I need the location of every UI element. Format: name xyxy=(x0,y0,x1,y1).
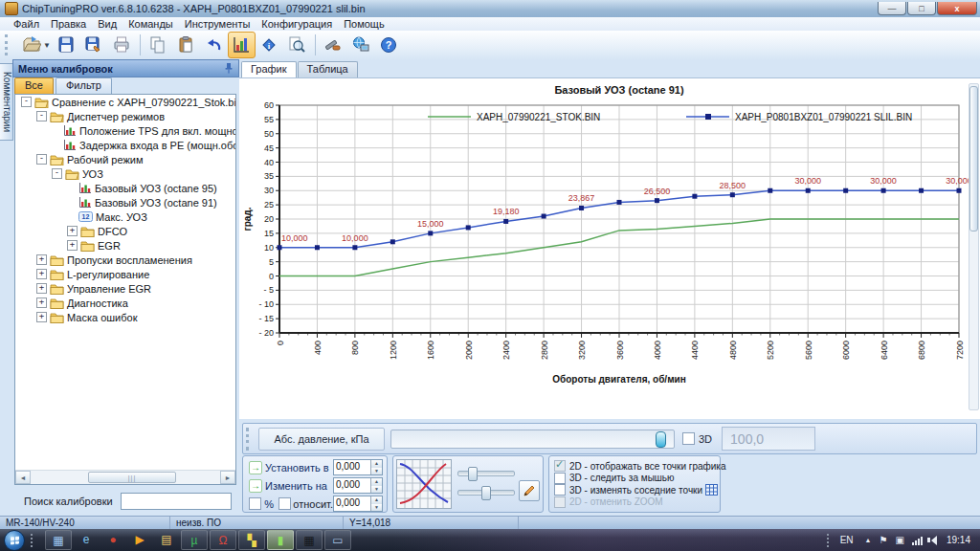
taskbar-floppy-app[interactable]: ▦ xyxy=(45,530,72,550)
sidebar-tab-все[interactable]: Все xyxy=(14,77,54,94)
copy-button[interactable] xyxy=(145,32,172,58)
view-tab-таблица[interactable]: Таблица xyxy=(298,61,358,77)
curve-preview-icon[interactable] xyxy=(396,459,452,509)
close-button[interactable]: x xyxy=(937,2,977,15)
option-checkbox[interactable] xyxy=(554,473,566,484)
collapse-icon[interactable]: - xyxy=(52,168,62,179)
chart-scroll-thumb[interactable] xyxy=(969,86,978,231)
option-checkbox[interactable] xyxy=(554,496,566,508)
taskbar-utorrent[interactable]: µ xyxy=(181,530,208,550)
pressure-slider[interactable] xyxy=(390,430,675,449)
edit-pencil-button[interactable] xyxy=(519,480,540,501)
menu-item-файл[interactable]: Файл xyxy=(8,18,45,30)
menu-item-команды[interactable]: Команды xyxy=(122,18,179,30)
calibration-search-input[interactable] xyxy=(121,493,232,510)
action-center-flag-icon[interactable]: ⚑ xyxy=(880,535,888,545)
taskbar-red-app[interactable]: ● xyxy=(100,530,125,548)
tree-item[interactable]: +L-регулирование xyxy=(15,267,235,281)
tree-item[interactable]: -Сравнение с XAPH_07990221_Stok.bin xyxy=(15,95,235,109)
open-button[interactable] xyxy=(17,32,45,58)
pressure-slider-thumb[interactable] xyxy=(656,431,666,448)
apply-set-icon[interactable]: → xyxy=(249,461,262,474)
paste-button[interactable] xyxy=(172,32,200,58)
relative-checkbox[interactable] xyxy=(278,497,291,510)
menu-item-вид[interactable]: Вид xyxy=(92,18,122,30)
tree-item[interactable]: Базовый УОЗ (octane 91) xyxy=(15,195,235,209)
tree-item[interactable]: 12Макс. УОЗ xyxy=(15,209,235,224)
menu-item-помощь[interactable]: Помощь xyxy=(338,18,390,30)
tree-item[interactable]: +Маска ошибок xyxy=(15,310,235,324)
option-checkbox[interactable] xyxy=(554,484,566,496)
tree-item[interactable]: +Управление EGR xyxy=(15,281,235,296)
tool-slider-2[interactable] xyxy=(457,490,515,496)
internet-button[interactable] xyxy=(347,32,375,58)
taskbar-magnet-app[interactable]: Ω xyxy=(210,530,236,550)
collapse-icon[interactable]: - xyxy=(36,154,47,165)
toolbar-grip[interactable] xyxy=(5,34,12,55)
view-tab-график[interactable]: График xyxy=(241,61,297,77)
scroll-right-icon[interactable]: ► xyxy=(220,471,235,484)
expand-icon[interactable]: + xyxy=(36,269,47,279)
set-to-spinner[interactable]: 0,000 ▲▼ xyxy=(333,459,383,475)
start-button[interactable] xyxy=(4,530,25,551)
tree-horizontal-scrollbar[interactable]: ◄ ||| ► xyxy=(15,470,235,484)
spin-up-icon[interactable]: ▲ xyxy=(371,478,382,486)
set-to-label[interactable]: Установить в xyxy=(265,462,333,474)
scroll-left-icon[interactable]: ◄ xyxy=(15,471,31,484)
expand-icon[interactable]: + xyxy=(36,312,47,322)
tree-item[interactable]: -Диспетчер режимов xyxy=(15,109,235,123)
apply-change-icon[interactable]: → xyxy=(249,479,262,493)
expand-icon[interactable]: + xyxy=(36,283,47,294)
grid-icon[interactable] xyxy=(705,484,718,496)
tree-item[interactable]: +EGR xyxy=(15,238,235,253)
taskbar-yellow-black-app[interactable]: ▚ xyxy=(238,530,265,550)
menu-item-правка[interactable]: Правка xyxy=(45,18,92,30)
change-by-spinner[interactable]: 0,000 ▲▼ xyxy=(333,477,383,494)
slider-thumb[interactable] xyxy=(481,486,491,500)
chart-vertical-scrollbar[interactable] xyxy=(969,83,979,410)
tree-item[interactable]: -УОЗ xyxy=(15,166,235,181)
collapse-icon[interactable]: - xyxy=(36,111,47,121)
taskbar-chip-app[interactable]: ▦ xyxy=(296,530,323,550)
maximize-button[interactable]: □ xyxy=(907,2,936,15)
tree-item[interactable]: +Пропуски воспламенения xyxy=(15,253,235,267)
pin-icon[interactable] xyxy=(224,62,234,76)
option-checkbox[interactable] xyxy=(554,460,566,472)
taskbar-ie[interactable]: e xyxy=(74,530,99,548)
tree-scroll-thumb[interactable]: ||| xyxy=(88,472,176,483)
undo-button[interactable] xyxy=(200,32,228,58)
tree-item[interactable]: +Диагностика xyxy=(15,296,235,310)
tree-item[interactable]: Положение TPS для вкл. мощностного о xyxy=(15,123,235,138)
help-button[interactable]: ? xyxy=(375,32,403,58)
show-hidden-icons-arrow[interactable]: ▲ xyxy=(865,537,872,543)
clock[interactable]: 19:14 xyxy=(947,535,970,545)
minimize-button[interactable]: — xyxy=(878,2,906,15)
tree-item[interactable]: +DFCO xyxy=(15,224,235,238)
panel-grip[interactable] xyxy=(246,428,253,451)
taskbar-chiptuning-active[interactable]: ▮ xyxy=(267,530,294,550)
menu-item-конфигурация[interactable]: Конфигурация xyxy=(256,18,338,30)
expand-icon[interactable]: + xyxy=(67,226,78,236)
spin-down-icon[interactable]: ▼ xyxy=(371,468,382,475)
tree-item[interactable]: Базовый УОЗ (octane 95) xyxy=(15,181,235,195)
language-indicator[interactable]: EN xyxy=(840,535,854,545)
expand-icon[interactable]: + xyxy=(36,254,47,265)
gadget-icon[interactable]: ▣ xyxy=(896,535,904,545)
expand-icon[interactable]: + xyxy=(36,298,47,308)
comments-side-tab[interactable]: Комментарии xyxy=(0,63,13,141)
save-button[interactable] xyxy=(53,32,80,58)
tree-item[interactable]: -Рабочий режим xyxy=(15,152,235,166)
taskbar-media-player[interactable]: ▶ xyxy=(127,530,152,548)
percent-checkbox[interactable] xyxy=(249,497,261,510)
spin-down-icon[interactable]: ▼ xyxy=(371,504,382,512)
info-button[interactable]: i xyxy=(256,32,283,58)
menu-item-инструменты[interactable]: Инструменты xyxy=(179,18,256,30)
save-as-button[interactable] xyxy=(80,32,108,58)
open-dropdown-arrow-icon[interactable]: ▼ xyxy=(43,41,51,50)
tool-slider-1[interactable] xyxy=(457,471,515,476)
relative-spinner[interactable]: 0,000 ▲▼ xyxy=(333,496,383,512)
sidebar-tab-фильтр[interactable]: Фильтр xyxy=(56,77,112,94)
expand-icon[interactable]: + xyxy=(67,240,78,251)
spin-up-icon[interactable]: ▲ xyxy=(371,496,382,504)
volume-icon[interactable] xyxy=(931,536,937,545)
